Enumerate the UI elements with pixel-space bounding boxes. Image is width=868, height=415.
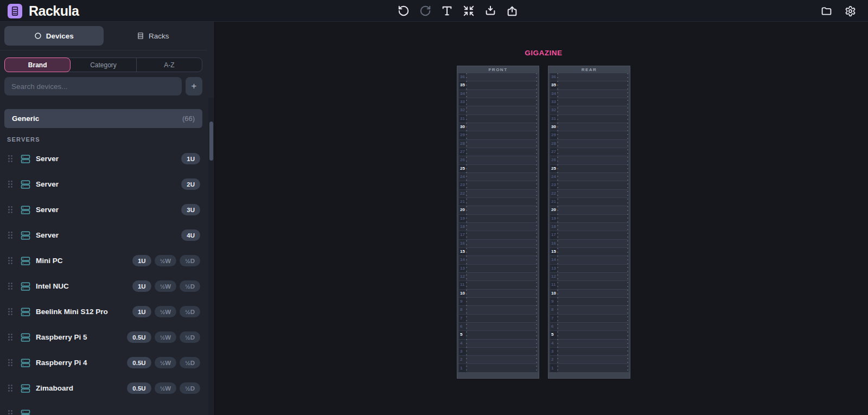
device-list-item[interactable]: Server3U <box>4 197 202 222</box>
rack-unit-row[interactable]: 24 <box>459 173 537 181</box>
rack-unit-row[interactable]: 9 <box>459 297 537 305</box>
rack-unit-row[interactable]: 23 <box>550 181 628 189</box>
rack-unit-row[interactable]: 7 <box>550 314 628 322</box>
drag-handle-icon[interactable] <box>8 155 15 163</box>
rack-unit-row[interactable]: 7 <box>459 314 537 322</box>
rack-rear-view[interactable]: REAR363534333231302928272625242322212019… <box>548 66 630 379</box>
drag-handle-icon[interactable] <box>8 384 15 392</box>
rack-unit-row[interactable]: 20 <box>550 206 628 214</box>
rack-unit-row[interactable]: 33 <box>459 98 537 106</box>
rack-unit-row[interactable]: 28 <box>550 139 628 148</box>
rack-unit-row[interactable]: 35 <box>550 81 628 89</box>
rack-unit-row[interactable]: 10 <box>550 289 628 297</box>
rack-unit-row[interactable]: 29 <box>550 131 628 139</box>
device-list-item[interactable]: Server2U <box>4 171 202 197</box>
rack-unit-row[interactable]: 11 <box>550 280 628 289</box>
rack-unit-row[interactable]: 26 <box>550 156 628 164</box>
rack-unit-row[interactable]: 29 <box>459 131 537 139</box>
rack-unit-row[interactable]: 21 <box>550 197 628 206</box>
rack-unit-row[interactable]: 10 <box>459 289 537 297</box>
add-device-button[interactable]: + <box>186 77 202 95</box>
rack-unit-row[interactable]: 13 <box>459 264 537 272</box>
text-tool-icon[interactable] <box>440 4 454 18</box>
undo-icon[interactable] <box>397 4 410 18</box>
drag-handle-icon[interactable] <box>8 206 15 214</box>
rack-unit-row[interactable]: 31 <box>459 114 537 123</box>
rack-unit-row[interactable]: 26 <box>459 156 537 164</box>
drag-handle-icon[interactable] <box>8 257 15 265</box>
rack-unit-row[interactable]: 12 <box>550 272 628 280</box>
rack-unit-row[interactable]: 8 <box>459 305 537 314</box>
rack-unit-row[interactable]: 1 <box>550 363 628 372</box>
rack-unit-row[interactable]: 34 <box>550 90 628 98</box>
rack-unit-row[interactable]: 12 <box>459 272 537 280</box>
rack-unit-row[interactable]: 34 <box>459 90 537 98</box>
rack-unit-row[interactable]: 18 <box>459 222 537 231</box>
canvas[interactable]: GIGAZINE FRONT36353433323130292827262524… <box>215 22 868 415</box>
rack-unit-row[interactable]: 2 <box>459 355 537 363</box>
device-list-item[interactable]: Intel NUC1U½W½D <box>4 273 202 299</box>
rack-body[interactable]: 3635343332313029282726252423222120191817… <box>459 73 537 372</box>
rack-unit-row[interactable]: 2 <box>550 355 628 363</box>
rack-unit-row[interactable]: 3 <box>459 347 537 355</box>
rack-unit-row[interactable]: 14 <box>459 256 537 264</box>
rack-title[interactable]: GIGAZINE <box>457 49 630 57</box>
sort-tab-brand[interactable]: Brand <box>4 58 71 72</box>
device-list-item[interactable]: Raspberry Pi 50.5U½W½D <box>4 324 202 350</box>
rack-body[interactable]: 3635343332313029282726252423222120191817… <box>550 73 628 372</box>
rack-unit-row[interactable]: 30 <box>550 123 628 131</box>
drag-handle-icon[interactable] <box>8 333 15 341</box>
rack-unit-row[interactable]: 9 <box>550 297 628 305</box>
rack-unit-row[interactable]: 18 <box>550 222 628 231</box>
rack-unit-row[interactable]: 14 <box>550 256 628 264</box>
rack-unit-row[interactable]: 16 <box>550 239 628 247</box>
rack-unit-row[interactable]: 5 <box>550 330 628 339</box>
drag-handle-icon[interactable] <box>8 180 15 188</box>
rack-unit-row[interactable]: 15 <box>459 247 537 256</box>
rack-unit-row[interactable]: 6 <box>550 322 628 330</box>
rack-unit-row[interactable]: 25 <box>459 164 537 173</box>
rack-unit-row[interactable]: 23 <box>459 181 537 189</box>
drag-handle-icon[interactable] <box>8 231 15 239</box>
brand-group-generic[interactable]: Generic (66) <box>4 109 202 128</box>
drag-handle-icon[interactable] <box>8 359 15 367</box>
device-list-item[interactable] <box>4 401 202 415</box>
sidebar-scrollbar-track[interactable] <box>208 98 214 415</box>
search-input[interactable] <box>4 77 182 95</box>
rack-unit-row[interactable]: 24 <box>550 173 628 181</box>
device-list-item[interactable]: Server4U <box>4 222 202 248</box>
import-icon[interactable] <box>483 4 497 18</box>
device-list-item[interactable]: Zimaboard0.5U½W½D <box>4 375 202 401</box>
export-icon[interactable] <box>505 4 519 18</box>
fit-view-icon[interactable] <box>462 4 475 18</box>
rack-unit-row[interactable]: 31 <box>550 114 628 123</box>
rack-unit-row[interactable]: 27 <box>550 148 628 156</box>
device-list-item[interactable]: Server1U <box>4 146 202 171</box>
device-list-item[interactable]: Raspberry Pi 40.5U½W½D <box>4 350 202 375</box>
rack-unit-row[interactable]: 17 <box>550 231 628 239</box>
rack-unit-row[interactable]: 19 <box>459 214 537 222</box>
rack-unit-row[interactable]: 35 <box>459 81 537 89</box>
rack-unit-row[interactable]: 4 <box>550 339 628 347</box>
rack-unit-row[interactable]: 15 <box>550 247 628 256</box>
rack-unit-row[interactable]: 4 <box>459 339 537 347</box>
rack-unit-row[interactable]: 36 <box>459 73 537 81</box>
rack-unit-row[interactable]: 19 <box>550 214 628 222</box>
rack-unit-row[interactable]: 5 <box>459 330 537 339</box>
rack-unit-row[interactable]: 13 <box>550 264 628 272</box>
device-list-item[interactable]: Beelink Mini S12 Pro1U½W½D <box>4 299 202 324</box>
rack-unit-row[interactable]: 22 <box>550 189 628 197</box>
rack-unit-row[interactable]: 8 <box>550 305 628 314</box>
drag-handle-icon[interactable] <box>8 410 15 415</box>
rack-unit-row[interactable]: 22 <box>459 189 537 197</box>
rack-unit-row[interactable]: 16 <box>459 239 537 247</box>
rack-unit-row[interactable]: 20 <box>459 206 537 214</box>
folder-icon[interactable] <box>820 4 833 18</box>
device-list-item[interactable]: Mini PC1U½W½D <box>4 248 202 273</box>
rack-unit-row[interactable]: 32 <box>550 106 628 114</box>
rack-unit-row[interactable]: 30 <box>459 123 537 131</box>
rack-unit-row[interactable]: 32 <box>459 106 537 114</box>
rack-unit-row[interactable]: 3 <box>550 347 628 355</box>
drag-handle-icon[interactable] <box>8 282 15 290</box>
rack-unit-row[interactable]: 36 <box>550 73 628 81</box>
